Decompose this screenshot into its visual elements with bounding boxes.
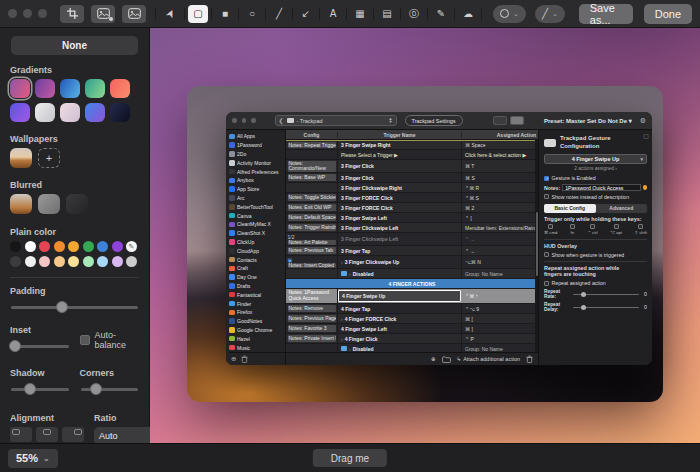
annotation-tool-button[interactable]: ✎ xyxy=(431,5,451,23)
screenshot-image[interactable]: ❮ - Trackpad ▲▼ Trackpad Settings Preset… xyxy=(187,86,663,402)
app-name: Finder xyxy=(237,301,251,307)
minimize-window-button[interactable] xyxy=(23,9,32,18)
zoom-window-button[interactable] xyxy=(38,9,47,18)
color-swatch[interactable] xyxy=(97,256,108,267)
annotation-tool-button[interactable]: ○ xyxy=(242,5,262,23)
slider-thumb[interactable] xyxy=(9,340,21,352)
gradient-swatch[interactable] xyxy=(35,79,55,98)
color-swatch[interactable] xyxy=(68,256,79,267)
repeat-delay-value: 0 xyxy=(642,304,647,310)
gradient-swatch[interactable] xyxy=(10,79,30,98)
color-swatch[interactable] xyxy=(68,241,79,252)
annotation-tool-button[interactable]: ➤ xyxy=(161,5,181,23)
inset-slider[interactable] xyxy=(11,339,69,353)
alignment-cell[interactable] xyxy=(62,427,84,442)
blurred-swatch[interactable] xyxy=(10,194,32,214)
color-swatch[interactable] xyxy=(83,256,94,267)
annotation-tool-button[interactable]: ▤ xyxy=(377,5,397,23)
color-swatch[interactable] xyxy=(25,241,36,252)
annotation-tool-button[interactable]: ■ xyxy=(215,5,235,23)
image-mode-button[interactable] xyxy=(122,5,146,23)
gradient-swatch[interactable] xyxy=(85,79,105,98)
table-row: Notes: Repeat Trigger 3 Finger Swipe Rig… xyxy=(286,140,538,150)
color-swatch[interactable] xyxy=(83,241,94,252)
config-cell: 1/2 Notes: Art Palette Strip xyxy=(286,233,338,245)
color-swatch[interactable] xyxy=(10,256,21,267)
editor-canvas[interactable]: ❮ - Trackpad ▲▼ Trackpad Settings Preset… xyxy=(150,28,700,443)
done-button[interactable]: Done xyxy=(644,4,692,24)
app-icon xyxy=(229,222,235,228)
annotation-tool-button[interactable]: ⓪ xyxy=(404,5,424,23)
color-swatch[interactable] xyxy=(39,241,50,252)
gradient-swatch[interactable] xyxy=(35,103,55,122)
tool-icon: ■ xyxy=(222,9,228,19)
color-swatch[interactable] xyxy=(112,241,123,252)
shadow-slider[interactable] xyxy=(11,382,69,396)
color-swatch[interactable] xyxy=(39,256,50,267)
annotation-tool-button[interactable]: ╱ xyxy=(269,5,289,23)
shape-style-picker[interactable]: ⌄ xyxy=(493,5,526,23)
alignment-cell[interactable] xyxy=(10,427,32,442)
zoom-level-select[interactable]: 55% ⌄ xyxy=(8,449,58,468)
color-swatch[interactable] xyxy=(112,256,123,267)
corners-slider[interactable] xyxy=(81,382,139,396)
action-cell: Menubar Item: Extensions/Raindrop.io xyxy=(462,223,538,232)
background-none-button[interactable]: None xyxy=(11,36,138,55)
gradient-swatch[interactable] xyxy=(85,103,105,122)
gradient-swatch[interactable] xyxy=(10,103,30,122)
trigger-name: Disabled xyxy=(353,271,374,277)
color-swatch[interactable] xyxy=(126,241,137,252)
action-cell: ⌃ [ xyxy=(462,213,538,222)
trackpad-icon xyxy=(287,118,294,123)
gradient-swatch[interactable] xyxy=(60,79,80,98)
app-icon xyxy=(229,266,235,272)
table-row: Notes: Remove 4 Finger Tap ⌃⌥ 9 xyxy=(286,304,538,314)
color-swatch[interactable] xyxy=(25,256,36,267)
trigger-name: 3 Finger Clickswipe Left xyxy=(341,236,398,242)
auto-balance-checkbox[interactable] xyxy=(80,335,90,345)
color-swatch[interactable] xyxy=(54,256,65,267)
auto-balance-option[interactable]: Auto-balance xyxy=(80,330,140,350)
stroke-style-picker[interactable]: ╱ ⌄ xyxy=(535,5,565,23)
color-swatch[interactable] xyxy=(10,241,21,252)
close-window-button[interactable] xyxy=(8,9,17,18)
drag-me-handle[interactable]: Drag me xyxy=(313,449,387,467)
trigger-cell: 3 Finger Clickswipe Right xyxy=(338,183,462,192)
backdrop-icon xyxy=(97,8,110,19)
config-cell: Notes: Exit Old WP xyxy=(286,203,338,212)
backdrop-button[interactable] xyxy=(91,5,115,23)
app-icon xyxy=(229,142,235,148)
gradient-swatch[interactable] xyxy=(110,103,130,122)
gradient-swatch[interactable] xyxy=(110,79,130,98)
disclosure-chevron-icon: › xyxy=(341,336,343,342)
table-row: Notes: Favorite 3 4 Finger Swipe Left ⌘ … xyxy=(286,324,538,334)
app-list-item: 1Password xyxy=(229,141,285,150)
alignment-cell[interactable] xyxy=(36,427,58,442)
save-as-button[interactable]: Save as... xyxy=(579,4,633,24)
color-swatch[interactable] xyxy=(97,241,108,252)
modifier-option: ⌥ opt xyxy=(610,224,622,235)
padding-slider[interactable] xyxy=(11,300,138,314)
wallpaper-swatch[interactable] xyxy=(10,148,32,168)
annotation-tool-button[interactable]: A xyxy=(323,5,343,23)
add-wallpaper-button[interactable]: + xyxy=(38,148,60,168)
annotation-tool-button[interactable]: ☁ xyxy=(458,5,478,23)
slider-thumb[interactable] xyxy=(56,301,68,313)
slider-thumb[interactable] xyxy=(24,383,36,395)
slider-thumb[interactable] xyxy=(90,383,102,395)
toolbar-separator xyxy=(454,8,455,20)
color-swatch[interactable] xyxy=(126,256,137,267)
blurred-swatch[interactable] xyxy=(38,194,60,214)
hud-show-option: Show when gesture is triggered xyxy=(544,252,647,258)
gradient-swatch[interactable] xyxy=(60,103,80,122)
annotation-tool-button[interactable]: ↙ xyxy=(296,5,316,23)
app-name: Music xyxy=(237,345,250,351)
annotation-tool-button[interactable]: ▦ xyxy=(350,5,370,23)
window-controls[interactable] xyxy=(8,9,47,18)
crop-button[interactable] xyxy=(60,5,84,23)
blurred-swatch[interactable] xyxy=(66,194,88,214)
show-notes-label: Show notes instead of description xyxy=(552,194,630,200)
color-swatch[interactable] xyxy=(54,241,65,252)
screenshot-editor-app: ➤ ▢ ■ xyxy=(0,0,700,472)
annotation-tool-button[interactable]: ▢ xyxy=(188,5,208,23)
